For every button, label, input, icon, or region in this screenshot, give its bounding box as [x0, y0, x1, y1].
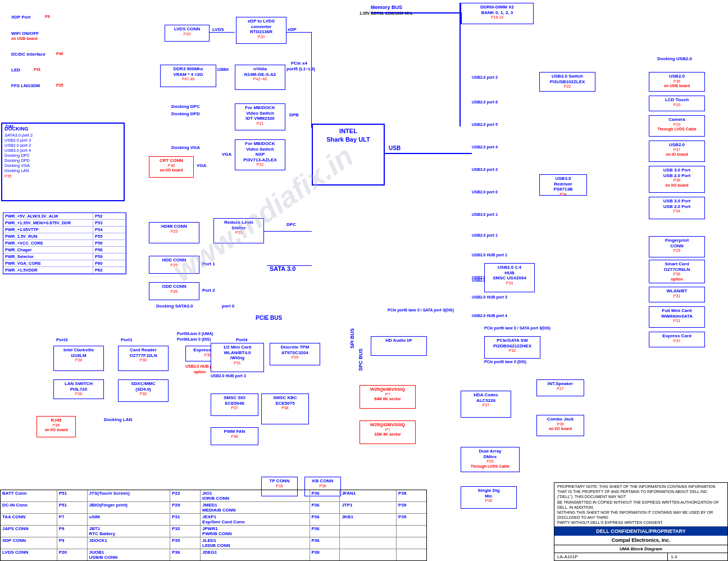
dcdc-page: P40: [56, 52, 63, 56]
mini-card-block: 1/2 Mini Card WLAN/BT4.0 /WiGig P31: [211, 343, 264, 372]
wlan-block: WLAN/BT P31: [649, 287, 705, 302]
docking-dpd-label: Docking DPD: [171, 111, 200, 116]
bt-p20: P20: [57, 549, 88, 560]
power-row-6: PWR_Selector P59: [3, 254, 126, 260]
pcie-port6c-label: PCIe port6 lane 0 (DIS): [484, 360, 526, 364]
bottom-connector-table: BATT Conn P51 JTS(Touch Screen) P22 JIO1…: [0, 490, 427, 561]
bt-p51a: P51: [57, 490, 88, 501]
power-rails-table: PWR_+5V_ALW/3.3V_ALW P52 PWR_+1.35V_MEN/…: [3, 212, 126, 274]
bt-p36d: P36: [310, 526, 340, 537]
power-page-5: P58: [93, 247, 126, 253]
usb3-port2-label: USB3.0 port 2: [472, 168, 498, 171]
power-label-5: PWR_Chager: [3, 247, 93, 253]
wifi-sub: on USB board: [11, 37, 38, 40]
docking-dpd-item: Docking DPD: [4, 158, 121, 163]
memory-bus-label: Memory BUS: [371, 4, 402, 10]
power-label-2: PWR_+1.05VTTP: [3, 227, 93, 233]
docking-usb-label: Docking USB2.0: [657, 56, 692, 61]
usb2-port6-label: USB2.0 port 6: [472, 100, 498, 104]
usb2-hub1-label: USB2.0 HUB port 1: [472, 253, 507, 257]
bt-jbio: JBIO(Finger print): [88, 502, 171, 513]
usb-hub-opt2-label: option: [194, 370, 206, 374]
power-page-4: P56: [93, 240, 126, 246]
pcie-port6-label: PCIe port6 lane 0 / SATA port 3(DIS): [388, 308, 454, 312]
docking-dpc-label: Docking DPC: [171, 104, 200, 109]
video-switch1-block: For MB/DOCK Video Switch IDT VMM2320 P21: [235, 103, 285, 130]
pwm-fan-block: PWM FAN P38: [211, 427, 258, 445]
power-row-0: PWR_+5V_ALW/3.3V_ALW P52: [3, 213, 126, 220]
pcie-x4-label: PCIe x4: [291, 61, 307, 66]
company-name: Compal Electronics, Inc.: [554, 536, 727, 545]
sata-line2: [267, 265, 312, 266]
bt-row5: XDP CONN P9 JDOCK1 P35 JLED1LED/B CONN P…: [1, 537, 426, 549]
power-row-4: PWR_+VCC_CORE P56: [3, 240, 126, 247]
bt-juob1: JUOB1USB/B CONN: [88, 549, 171, 560]
combo-jack-block: Combo Jack P36 on I/O board: [536, 415, 584, 436]
bt-jexp1: JEXP1Exp/Smr Card Conn: [201, 514, 310, 525]
docking-usb3-item: USB2.0 port 3: [4, 138, 121, 143]
ddr-vert-line: [459, 3, 461, 126]
power-label-1: PWR_+1.35V_MEN/+0.675V_DDR: [3, 220, 93, 226]
port1-label: Port 1: [202, 261, 215, 266]
pcie-port6b-label: PCIe port6 lane 0 / SATA port 3(DIS): [484, 326, 550, 330]
bt-empty6: [397, 549, 426, 560]
rj45-block: RJ45 P36 on I/O board: [37, 416, 76, 437]
bt-p29: P29: [170, 502, 201, 513]
usb3-port1-label: USB3.0 port 1: [472, 212, 498, 216]
lcd-touch-block: LCD Touch P20: [649, 96, 705, 111]
lvds-line-label: LVDS: [212, 27, 224, 32]
doc-info-row: LA-A101P 1.4: [554, 553, 727, 560]
usb2-port2-label: USB2.0 port 2: [472, 75, 498, 79]
bt-empty4: [397, 537, 426, 549]
usb2-port0-label: USB2.0 port 0: [472, 190, 498, 194]
bt-jdock1: JDOCK1: [88, 537, 171, 549]
usb3-port1-block: USB 3.0 Port USB 2.0 Port P36 on I/O boa…: [649, 166, 705, 193]
power-page-8: P62: [93, 267, 126, 273]
single-dig-block: Single Dig Mic P36: [461, 486, 517, 509]
bt-p31: P31: [170, 514, 201, 525]
usb2-port4-label: USB2.0 port 4: [472, 145, 498, 149]
bt-p32: P32: [170, 526, 201, 537]
bt-jpwr1: JPWR1PWR/B CONN: [201, 526, 310, 537]
intel-clarkville-block: Intel Clarkville I218LM P28: [53, 346, 104, 371]
power-label-6: PWR_Selector: [3, 254, 93, 260]
pcie-bus-label: PCIE BUS: [256, 315, 282, 321]
edp-converter-block: eDP to LVDS converter RTD2136R P20: [236, 17, 286, 44]
power-row-8: PWR_+1.5VDDR P62: [3, 267, 126, 274]
docking-page: P35: [4, 174, 121, 178]
bt-jts: JTS(Touch Screen): [88, 490, 171, 501]
reduce-level-block: Reduce Level Shifter P23: [213, 218, 264, 243]
memory-bus-vert: [461, 12, 462, 24]
bt-lvds: LVDS CONN: [1, 549, 57, 560]
dell-confidential: DELL CONFIDENTIAL/PROPRIETARY: [554, 527, 727, 536]
nvidia-block: nVidia N14M-GE-S-A2 P42~46: [235, 65, 285, 90]
smsc-kbc-block: SMSC KBC ECE5075 P38: [261, 393, 309, 424]
bt-p38b: P38: [310, 549, 340, 560]
bt-p39b: P39: [397, 514, 426, 525]
usb3-port2-block: USB 3.0 Port USB 2.0 Port P34: [649, 197, 705, 219]
ffs-label: FFS LNG3DM: [11, 83, 40, 88]
port6-dis-label: Port6/Lane 0 (DIS): [177, 337, 211, 341]
bt-empty1: [340, 526, 397, 537]
usb2-port5-label: USB2.0 port 5: [472, 123, 498, 126]
docking-vga-item: Docking VGA: [4, 163, 121, 168]
power-page-1: P53: [93, 220, 126, 226]
docking-dpc-item: Docking DPC: [4, 153, 121, 158]
bt-row6: LVDS CONN P20 JUOB1USB/B CONN P36 JDEG1 …: [1, 549, 426, 560]
bt-p36a: P36: [310, 490, 340, 501]
led-label: LED: [11, 67, 20, 73]
bt-jdeg1: JDEG1: [201, 549, 310, 560]
discrete-tpm-block: Discrete TPM AT97SC3204 P29: [270, 343, 320, 365]
dpc-label: DPC: [286, 222, 296, 227]
port4-label: Port4: [236, 337, 247, 342]
video-switch2-block: For MB/DOCK Video Switch NXP PI3V713-AZL…: [235, 139, 285, 170]
spi-bus-label: SPI BUS: [349, 328, 355, 349]
bt-p36f: P36: [170, 549, 201, 560]
bt-p36e: P36: [310, 537, 340, 549]
lvds-conn-block: LVDS CONN P20: [165, 25, 210, 42]
docking-lan-item: Docking LAN: [4, 168, 121, 173]
card-reader-block: Card Reader OZ777FJ2LN P30: [118, 346, 169, 371]
edp-line-h: [286, 32, 311, 33]
docking-sata-label: Docking SATA3.0: [156, 304, 193, 309]
hdd-conn-block: HDD CONN P25: [149, 256, 199, 274]
